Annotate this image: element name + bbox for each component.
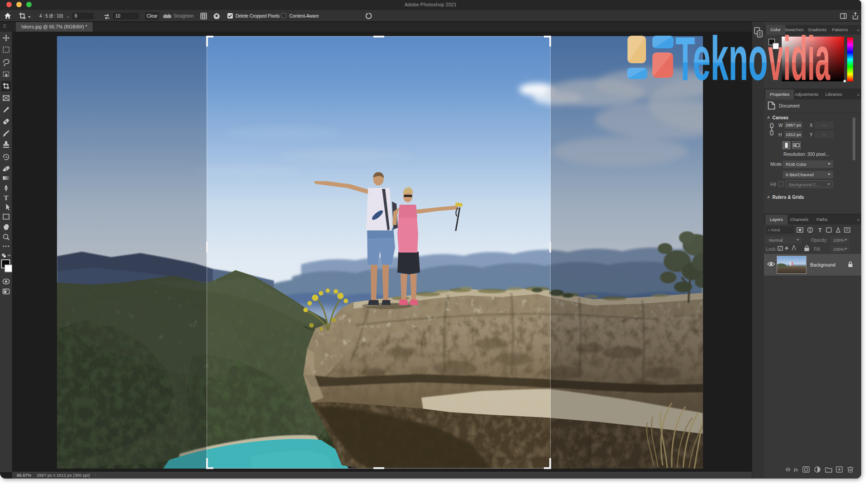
svg-text:T: T xyxy=(4,194,8,202)
svg-text:T: T xyxy=(818,227,822,234)
svg-text:vidia: vidia xyxy=(768,32,830,86)
svg-text:fx: fx xyxy=(794,467,798,472)
svg-text:Tekno: Tekno xyxy=(675,32,768,86)
